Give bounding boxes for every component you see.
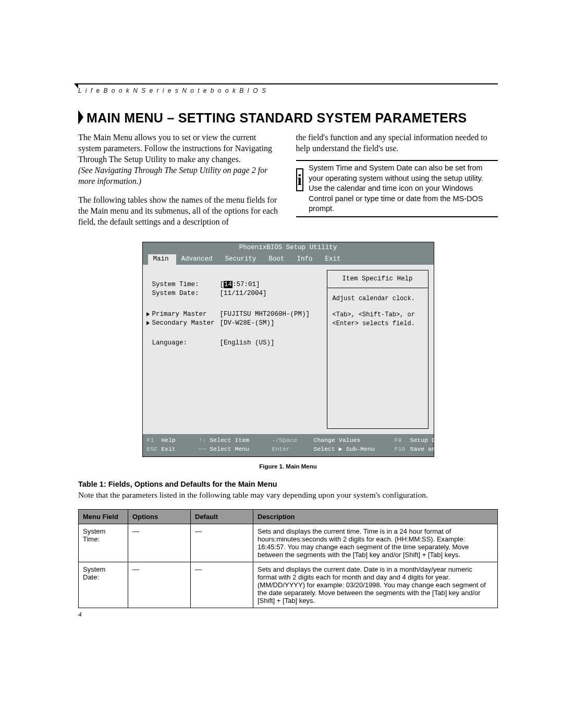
running-header: L i f e B o o k N S e r i e s N o t e b … (78, 87, 498, 94)
info-icon: i (296, 168, 304, 191)
column-right: the field's function and any special inf… (296, 132, 498, 227)
system-date-value[interactable]: [11/11/2004] (220, 289, 267, 299)
system-time-value[interactable]: [14:57:01] (220, 280, 260, 290)
intro-p3: the field's function and any special inf… (296, 132, 498, 154)
tab-info[interactable]: Info (292, 254, 320, 265)
row-language[interactable]: Language: [English (US)] (152, 339, 320, 348)
info-box: i System Time and System Date can also b… (296, 160, 498, 217)
table-title: Table 1: Fields, Options and Defaults fo… (78, 480, 498, 488)
row-system-time[interactable]: System Time: [14:57:01] (152, 280, 320, 290)
help-header: Item Specific Help (327, 270, 428, 289)
tab-exit[interactable]: Exit (320, 254, 348, 265)
header-rule: L i f e B o o k N S e r i e s N o t e b … (78, 83, 498, 94)
tab-security[interactable]: Security (220, 254, 264, 265)
tab-main[interactable]: Main (148, 254, 176, 265)
info-text: System Time and System Date can also be … (309, 163, 498, 214)
table-header-row: Menu Field Options Default Description (79, 510, 498, 524)
intro-p2: The following tables show the names of t… (78, 194, 280, 227)
row-system-date[interactable]: System Date: [11/11/2004] (152, 289, 320, 299)
column-left: The Main Menu allows you to set or view … (78, 132, 280, 227)
intro-p1: The Main Menu allows you to set or view … (78, 132, 280, 165)
primary-master-value: [FUJITSU MHT2060H-(PM)] (220, 310, 310, 319)
help-body: Adjust calendar clock. <Tab>, <Shift-Tab… (327, 288, 428, 334)
bios-title: PhoenixBIOS Setup Utility (143, 242, 434, 255)
table-row: System Date: — — Sets and displays the c… (79, 562, 498, 608)
secondary-master-value: [DV-W28E-(SM)] (220, 319, 275, 328)
table-note: Note that the parameters listed in the f… (78, 490, 498, 500)
intro-see: (See Navigating Through The Setup Utilit… (78, 165, 280, 187)
page-number: 4 (78, 610, 498, 619)
language-value: [English (US)] (220, 339, 275, 348)
bios-footer: F1 Help ↑↓ Select Item -/Space Change Va… (143, 434, 434, 456)
bios-tab-bar: Main Advanced Security Boot Info Exit (143, 254, 434, 265)
table-row: System Time: — — Sets and displays the c… (79, 524, 498, 562)
row-secondary-master[interactable]: Secondary Master [DV-W28E-(SM)] (152, 319, 320, 328)
body-columns: The Main Menu allows you to set or view … (78, 132, 498, 227)
tab-boot[interactable]: Boot (264, 254, 292, 265)
figure-caption: Figure 1. Main Menu (142, 463, 434, 470)
row-primary-master[interactable]: Primary Master [FUJITSU MHT2060H-(PM)] (152, 310, 320, 319)
bios-fields: System Time: [14:57:01] System Date: [11… (148, 270, 324, 429)
page-title: MAIN MENU – SETTING STANDARD SYSTEM PARA… (78, 110, 498, 126)
fields-table: Menu Field Options Default Description S… (78, 509, 498, 608)
caret-icon (78, 110, 83, 125)
bios-main-area: System Time: [14:57:01] System Date: [11… (143, 265, 434, 434)
bios-help-pane: Item Specific Help Adjust calendar clock… (327, 270, 429, 429)
bios-screenshot: PhoenixBIOS Setup Utility Main Advanced … (142, 242, 434, 470)
tab-advanced[interactable]: Advanced (176, 254, 220, 265)
header-caret-icon (74, 83, 78, 89)
